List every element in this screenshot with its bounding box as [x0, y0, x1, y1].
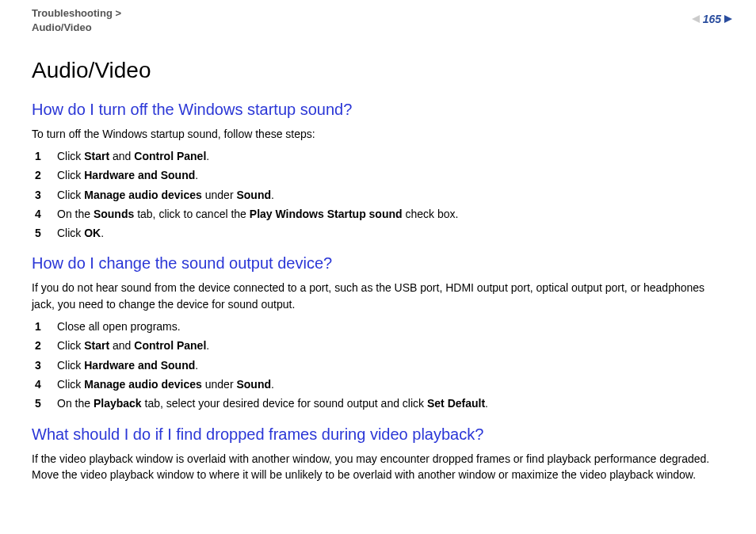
section-intro: To turn off the Windows startup sound, f… — [32, 126, 721, 142]
page-header: Troubleshooting > Audio/Video 165 — [32, 6, 732, 34]
section-intro: If the video playback window is overlaid… — [32, 451, 721, 483]
steps-list: Click Start and Control Panel. Click Har… — [32, 148, 732, 241]
step-item: Click Start and Control Panel. — [57, 148, 732, 164]
step-item: Click Hardware and Sound. — [57, 167, 732, 183]
page-title: Audio/Video — [32, 55, 732, 87]
step-item: On the Playback tab, select your desired… — [57, 395, 732, 411]
page-number: 165 — [703, 11, 721, 27]
document-page: Troubleshooting > Audio/Video 165 Audio/… — [0, 0, 756, 534]
breadcrumb: Troubleshooting > Audio/Video — [32, 6, 121, 34]
step-item: Click Start and Control Panel. — [57, 338, 732, 353]
step-item: Click OK. — [57, 225, 732, 241]
step-item: Click Hardware and Sound. — [57, 357, 732, 373]
section-heading: How do I change the sound output device? — [32, 252, 732, 275]
section-heading: What should I do if I find dropped frame… — [32, 423, 732, 446]
step-item: Close all open programs. — [57, 318, 732, 334]
breadcrumb-level1: Troubleshooting > — [32, 7, 121, 19]
section-intro: If you do not hear sound from the device… — [32, 280, 721, 312]
step-item: Click Manage audio devices under Sound. — [57, 376, 732, 392]
page-number-group: 165 — [692, 11, 732, 27]
section-heading: How do I turn off the Windows startup so… — [32, 98, 732, 121]
next-page-arrow-icon[interactable] — [724, 15, 732, 23]
step-item: Click Manage audio devices under Sound. — [57, 187, 732, 203]
breadcrumb-level2: Audio/Video — [32, 21, 92, 33]
steps-list: Close all open programs. Click Start and… — [32, 318, 732, 411]
prev-page-arrow-icon[interactable] — [692, 15, 700, 23]
step-item: On the Sounds tab, click to cancel the P… — [57, 206, 732, 222]
